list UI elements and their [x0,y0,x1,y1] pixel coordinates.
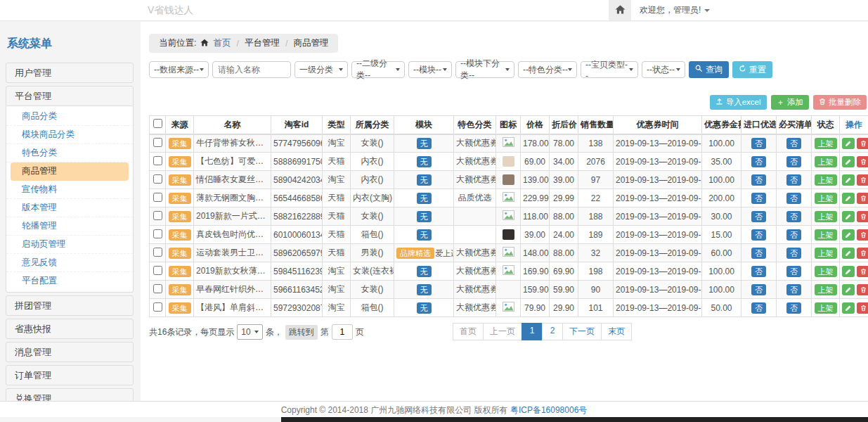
import-toggle[interactable]: 否 [751,193,766,204]
delete-button[interactable] [857,174,868,186]
sidebar-item-商品分类[interactable]: 商品分类 [6,108,133,126]
edit-button[interactable] [842,211,855,222]
sidebar-item-订单管理[interactable]: 订单管理 [6,365,134,385]
user-menu[interactable]: 欢迎您，管理员! [640,4,710,16]
mustbuy-toggle[interactable]: 否 [786,211,801,222]
delete-button[interactable] [857,302,868,314]
filter-select-1[interactable]: --二级分类-- [351,61,405,78]
status-badge[interactable]: 上架 [815,266,837,277]
sidebar-item-用户管理[interactable]: 用户管理 [6,63,134,83]
status-badge[interactable]: 上架 [815,174,837,186]
jump-button[interactable]: 跳转到 [285,325,318,340]
sidebar-item-特色分类[interactable]: 特色分类 [6,144,133,162]
sidebar-item-消息管理[interactable]: 消息管理 [6,342,134,362]
reset-button[interactable]: 重置 [732,61,772,78]
status-badge[interactable]: 上架 [815,302,837,314]
import-toggle[interactable]: 否 [751,211,766,222]
import-toggle[interactable]: 否 [751,156,766,167]
add-button[interactable]: ＋ 添加 [771,95,810,110]
sidebar-item-轮播管理[interactable]: 轮播管理 [6,217,133,236]
delete-button[interactable] [857,266,868,277]
mustbuy-toggle[interactable]: 否 [786,174,801,186]
import-toggle[interactable]: 否 [751,229,766,241]
edit-button[interactable] [842,174,855,186]
row-checkbox[interactable] [153,229,162,238]
row-checkbox[interactable] [153,193,162,202]
edit-button[interactable] [842,248,855,259]
mustbuy-toggle[interactable]: 否 [786,156,801,167]
row-checkbox[interactable] [153,302,162,312]
sidebar-item-宣传物料[interactable]: 宣传物料 [6,181,133,199]
edit-button[interactable] [842,193,855,204]
mustbuy-toggle[interactable]: 否 [786,266,801,277]
sidebar-item-模块商品分类[interactable]: 模块商品分类 [6,126,133,144]
sidebar-item-拼团管理[interactable]: 拼团管理 [6,295,134,316]
icp-link[interactable]: 粤ICP备16098006号 [510,405,587,415]
page-button-下一页[interactable]: 下一页 [562,323,602,340]
row-checkbox[interactable] [153,211,162,220]
row-checkbox[interactable] [153,248,162,257]
import-toggle[interactable]: 否 [751,266,766,277]
mustbuy-toggle[interactable]: 否 [786,193,801,204]
import-toggle[interactable]: 否 [751,302,766,314]
page-button-1[interactable]: 1 [522,323,543,340]
filter-select-4[interactable]: --特色分类-- [518,61,577,78]
delete-button[interactable] [857,138,868,149]
sidebar-item-省惠快报[interactable]: 省惠快报 [6,319,134,339]
import-toggle[interactable]: 否 [751,284,766,295]
jump-page-input[interactable] [332,324,353,340]
sidebar-item-商品管理[interactable]: 商品管理 [11,162,129,181]
mustbuy-toggle[interactable]: 否 [786,284,801,295]
filter-select-source[interactable]: --数据来源-- [149,61,209,78]
import-excel-button[interactable]: 导入excel [710,95,767,110]
status-badge[interactable]: 上架 [815,193,837,204]
delete-button[interactable] [857,193,868,204]
mustbuy-toggle[interactable]: 否 [786,302,801,314]
edit-button[interactable] [842,229,855,241]
sidebar-item-平台管理[interactable]: 平台管理 [6,86,134,106]
delete-button[interactable] [857,248,868,259]
mustbuy-toggle[interactable]: 否 [786,248,801,259]
row-checkbox[interactable] [153,156,162,165]
edit-button[interactable] [842,156,855,167]
page-button-2[interactable]: 2 [542,323,563,340]
status-badge[interactable]: 上架 [815,229,837,241]
mustbuy-toggle[interactable]: 否 [786,229,801,241]
status-badge[interactable]: 上架 [815,156,837,167]
sidebar-item-兑换管理[interactable]: 兑换管理 [6,388,134,402]
status-badge[interactable]: 上架 [815,284,837,295]
sidebar-item-版本管理[interactable]: 版本管理 [6,199,133,217]
edit-button[interactable] [842,266,855,277]
edit-button[interactable] [842,138,855,149]
home-button[interactable] [609,0,631,20]
filter-select-5[interactable]: --宝贝类型-- [581,61,638,78]
row-checkbox[interactable] [153,284,162,293]
edit-button[interactable] [842,284,855,295]
import-toggle[interactable]: 否 [751,248,766,259]
sidebar-item-平台配置[interactable]: 平台配置 [6,272,133,290]
sidebar-item-启动页管理[interactable]: 启动页管理 [6,236,133,254]
delete-button[interactable] [857,229,868,241]
import-toggle[interactable]: 否 [751,174,766,186]
delete-button[interactable] [857,284,868,295]
row-checkbox[interactable] [153,266,162,275]
batch-delete-button[interactable]: 批量删除 [813,95,867,110]
filter-select-6[interactable]: --状态-- [642,61,685,78]
edit-button[interactable] [842,302,855,314]
delete-button[interactable] [857,156,868,167]
delete-button[interactable] [857,211,868,222]
filter-select-3[interactable]: --模块下分类-- [455,61,514,78]
row-checkbox[interactable] [153,138,162,147]
select-all-checkbox[interactable] [153,119,162,128]
breadcrumb-home-link[interactable]: 首页 [213,37,231,49]
import-toggle[interactable]: 否 [751,138,766,149]
page-size-select[interactable]: 10 [237,324,262,340]
page-button-末页[interactable]: 末页 [601,323,632,340]
row-checkbox[interactable] [153,174,162,184]
name-search-input[interactable] [212,61,291,78]
status-badge[interactable]: 上架 [815,211,837,222]
sidebar-item-意见反馈[interactable]: 意见反馈 [6,254,133,272]
filter-select-0[interactable]: 一级分类 [294,61,348,78]
filter-select-2[interactable]: --模块-- [408,61,452,78]
search-button[interactable]: 查询 [689,61,729,78]
